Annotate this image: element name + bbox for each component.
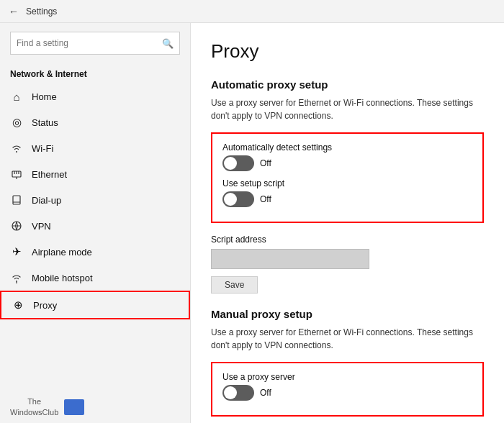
save-button[interactable]: Save	[211, 276, 258, 294]
home-icon: ⌂	[10, 90, 23, 103]
main-layout: 🔍 Network & Internet ⌂ Home ◎ Status Wi-…	[0, 23, 504, 423]
use-proxy-state: Off	[260, 388, 271, 398]
setup-script-state: Off	[260, 194, 271, 204]
use-proxy-label: Use a proxy server	[222, 372, 472, 382]
auto-setup-highlight-box: Automatically detect settings Off Use se…	[211, 132, 484, 223]
vpn-icon	[10, 219, 23, 232]
airplane-icon: ✈	[10, 245, 23, 258]
auto-section-title: Automatic proxy setup	[211, 78, 484, 91]
status-icon: ◎	[10, 116, 23, 129]
search-icon: 🔍	[162, 38, 174, 49]
watermark-area: The WindowsClub	[0, 391, 190, 423]
sidebar-item-wifi[interactable]: Wi-Fi	[0, 135, 190, 161]
proxy-icon: ⊕	[12, 299, 24, 311]
detect-settings-toggle-container: Off	[222, 155, 472, 171]
sidebar-item-label: Ethernet	[32, 169, 67, 180]
ethernet-icon	[10, 168, 23, 181]
sidebar-item-proxy[interactable]: ⊕ Proxy	[0, 291, 190, 319]
script-address-label: Script address	[211, 235, 484, 245]
sidebar-item-home[interactable]: ⌂ Home	[0, 83, 190, 109]
sidebar-item-vpn[interactable]: VPN	[0, 213, 190, 239]
sidebar-item-status[interactable]: ◎ Status	[0, 109, 190, 135]
manual-section-desc: Use a proxy server for Ethernet or Wi-Fi…	[211, 326, 484, 352]
detect-settings-state: Off	[260, 158, 271, 168]
detect-settings-row: Automatically detect settings Off	[222, 142, 472, 171]
setup-script-toggle-container: Off	[222, 191, 472, 207]
watermark-line1: The	[10, 396, 58, 406]
svg-rect-5	[13, 196, 20, 204]
manual-section-title: Manual proxy setup	[211, 308, 484, 320]
title-bar-title: Settings	[26, 6, 57, 17]
hotspot-icon	[10, 271, 23, 284]
script-address-input[interactable]	[211, 249, 369, 269]
sidebar-item-label: Mobile hotspot	[32, 273, 93, 283]
back-button[interactable]: ←	[9, 6, 19, 17]
watermark-logo	[64, 399, 84, 415]
use-proxy-toggle[interactable]	[222, 385, 254, 401]
search-box[interactable]: 🔍	[10, 32, 180, 55]
sidebar-item-label: Proxy	[33, 300, 57, 311]
use-proxy-toggle-container: Off	[222, 385, 472, 401]
sidebar-item-hotspot[interactable]: Mobile hotspot	[0, 265, 190, 291]
sidebar-category-label: Network & Internet	[0, 63, 190, 83]
setup-script-toggle[interactable]	[222, 191, 254, 207]
sidebar-item-dialup[interactable]: Dial-up	[0, 187, 190, 213]
title-bar: ← Settings	[0, 0, 504, 23]
watermark-line2: WindowsClub	[10, 407, 58, 417]
sidebar-item-label: Wi-Fi	[32, 143, 53, 154]
sidebar-item-label: Dial-up	[32, 195, 61, 206]
auto-section-desc: Use a proxy server for Ethernet or Wi-Fi…	[211, 96, 484, 122]
setup-script-row: Use setup script Off	[222, 178, 472, 207]
page-title: Proxy	[211, 40, 484, 63]
sidebar-item-label: VPN	[32, 221, 51, 232]
setup-script-label: Use setup script	[222, 178, 472, 188]
sidebar-item-ethernet[interactable]: Ethernet	[0, 161, 190, 187]
wifi-icon	[10, 142, 23, 155]
search-input[interactable]	[17, 38, 162, 48]
manual-setup-highlight-box: Use a proxy server Off	[211, 362, 484, 417]
content-area: Proxy Automatic proxy setup Use a proxy …	[191, 23, 504, 423]
use-proxy-row: Use a proxy server Off	[222, 372, 472, 401]
sidebar: 🔍 Network & Internet ⌂ Home ◎ Status Wi-…	[0, 23, 191, 423]
detect-settings-label: Automatically detect settings	[222, 142, 472, 153]
detect-settings-toggle[interactable]	[222, 155, 254, 171]
sidebar-item-airplane[interactable]: ✈ Airplane mode	[0, 239, 190, 265]
sidebar-item-label: Home	[32, 91, 57, 102]
dialup-icon	[10, 194, 23, 206]
sidebar-item-label: Airplane mode	[32, 247, 92, 258]
sidebar-item-label: Status	[32, 117, 58, 128]
